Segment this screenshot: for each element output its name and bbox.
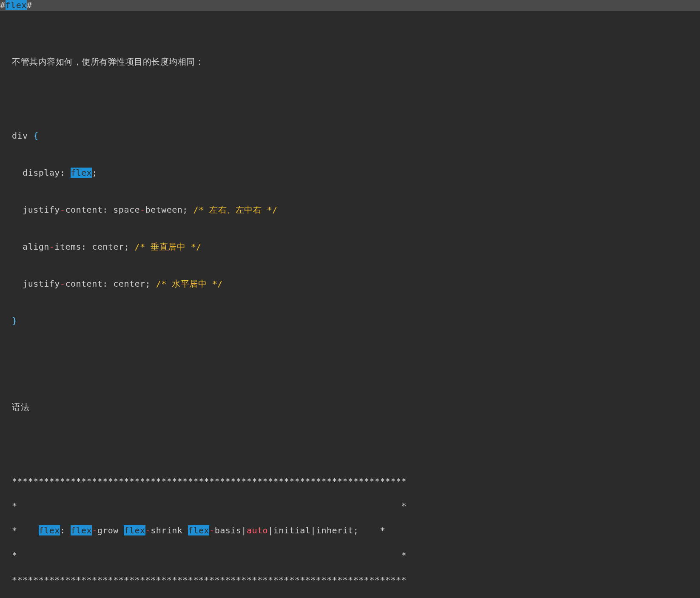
css-line-align-items: align-items: center; /* 垂直居中 */ — [12, 241, 688, 253]
css-line-justify-center: justify-content: center; /* 水平居中 */ — [12, 278, 688, 290]
title-bar: #flex# — [0, 0, 700, 11]
blank-line — [12, 426, 688, 438]
intro-text: 不管其内容如何，使所有弹性项目的长度均相同： — [12, 56, 688, 68]
blank-line — [12, 80, 688, 93]
editor-content[interactable]: 不管其内容如何，使所有弹性项目的长度均相同： div { display: fl… — [0, 11, 700, 598]
box-syntax-line: * flex: flex-grow flex-shrink flex-basis… — [12, 524, 688, 537]
box-pad: * * — [12, 500, 688, 512]
box-border: ****************************************… — [12, 475, 688, 487]
box-pad: * * — [12, 549, 688, 561]
hash-icon: # — [0, 0, 6, 10]
css-close-brace: } — [12, 315, 688, 327]
css-line-justify-between: justify-content: space-between; /* 左右、左中… — [12, 204, 688, 216]
blank-line — [12, 31, 688, 43]
hash-icon: # — [27, 0, 32, 10]
title-highlight: flex — [6, 0, 27, 10]
syntax-heading: 语法 — [12, 401, 688, 413]
css-line-display: display: flex; — [12, 167, 688, 179]
css-selector-line: div { — [12, 130, 688, 142]
box-border: ****************************************… — [12, 574, 688, 586]
blank-line — [12, 352, 688, 364]
blank-line — [12, 376, 688, 389]
